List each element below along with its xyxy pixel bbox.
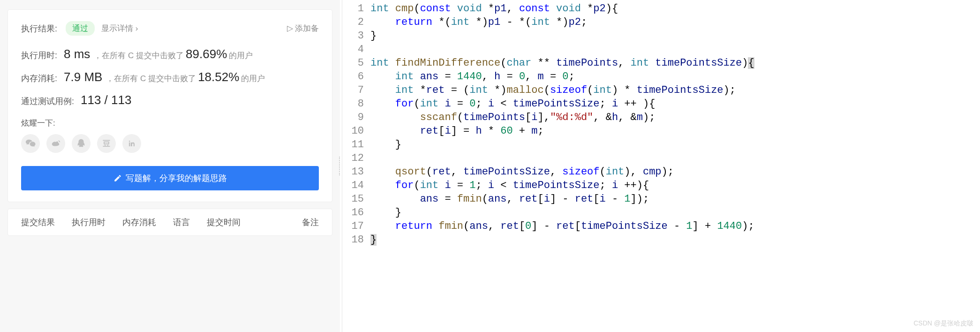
line-gutter: 123456789101112131415161718	[342, 0, 370, 332]
th-language[interactable]: 语言	[173, 217, 190, 228]
runtime-suffix1: ，在所有 C 提交中击败了	[94, 50, 184, 61]
runtime-suffix2: 的用户	[229, 50, 253, 61]
watermark: CSDN @是张哈皮啵	[913, 317, 973, 330]
testcases-value: 113 / 113	[81, 93, 131, 107]
share-label: 炫耀一下:	[21, 118, 319, 128]
show-details-link[interactable]: 显示详情 ›	[101, 23, 138, 34]
memory-label: 内存消耗:	[21, 73, 57, 84]
weibo-icon[interactable]	[46, 134, 65, 153]
write-solution-label: 写题解，分享我的解题思路	[126, 173, 227, 184]
results-panel: 执行结果: 通过 显示详情 › ▷ 添加备 执行用时: 8 ms ，在所有 C …	[0, 0, 340, 332]
th-note[interactable]: 备注	[302, 217, 319, 228]
qq-icon[interactable]	[72, 134, 90, 153]
result-card: 执行结果: 通过 显示详情 › ▷ 添加备 执行用时: 8 ms ，在所有 C …	[8, 9, 332, 202]
flag-icon: ▷	[287, 23, 293, 33]
th-time[interactable]: 提交时间	[207, 217, 241, 228]
add-note-label: 添加备	[295, 23, 319, 34]
memory-stat: 内存消耗: 7.9 MB ，在所有 C 提交中击败了 18.52% 的用户	[21, 70, 319, 84]
testcases-stat: 通过测试用例: 113 / 113	[21, 93, 319, 107]
runtime-value: 8 ms	[64, 47, 90, 61]
result-header: 执行结果: 通过 显示详情 › ▷ 添加备	[21, 21, 319, 36]
th-runtime[interactable]: 执行用时	[72, 217, 106, 228]
testcases-label: 通过测试用例:	[21, 96, 74, 107]
runtime-percent: 89.69%	[186, 47, 227, 61]
result-label: 执行结果:	[21, 23, 57, 34]
submissions-table-header: 提交结果 执行用时 内存消耗 语言 提交时间 备注	[8, 209, 332, 236]
memory-value: 7.9 MB	[64, 70, 102, 84]
share-icons-row	[21, 134, 319, 153]
status-badge: 通过	[66, 21, 95, 36]
runtime-stat: 执行用时: 8 ms ，在所有 C 提交中击败了 89.69% 的用户	[21, 47, 319, 61]
wechat-icon[interactable]	[21, 134, 40, 153]
memory-suffix2: 的用户	[241, 73, 265, 84]
share-section: 炫耀一下:	[21, 118, 319, 153]
pencil-icon	[113, 174, 122, 182]
th-memory[interactable]: 内存消耗	[122, 217, 156, 228]
douban-icon[interactable]	[97, 134, 116, 153]
write-solution-button[interactable]: 写题解，分享我的解题思路	[21, 166, 319, 190]
add-note-link[interactable]: ▷ 添加备	[287, 23, 319, 34]
runtime-label: 执行用时:	[21, 50, 57, 61]
linkedin-icon[interactable]	[122, 134, 141, 153]
code-area[interactable]: int cmp(const void *p1, const void *p2){…	[370, 0, 980, 332]
memory-suffix1: ，在所有 C 提交中击败了	[106, 73, 196, 84]
memory-percent: 18.52%	[198, 70, 239, 84]
th-result[interactable]: 提交结果	[21, 217, 55, 228]
code-editor[interactable]: 123456789101112131415161718 int cmp(cons…	[342, 0, 980, 332]
